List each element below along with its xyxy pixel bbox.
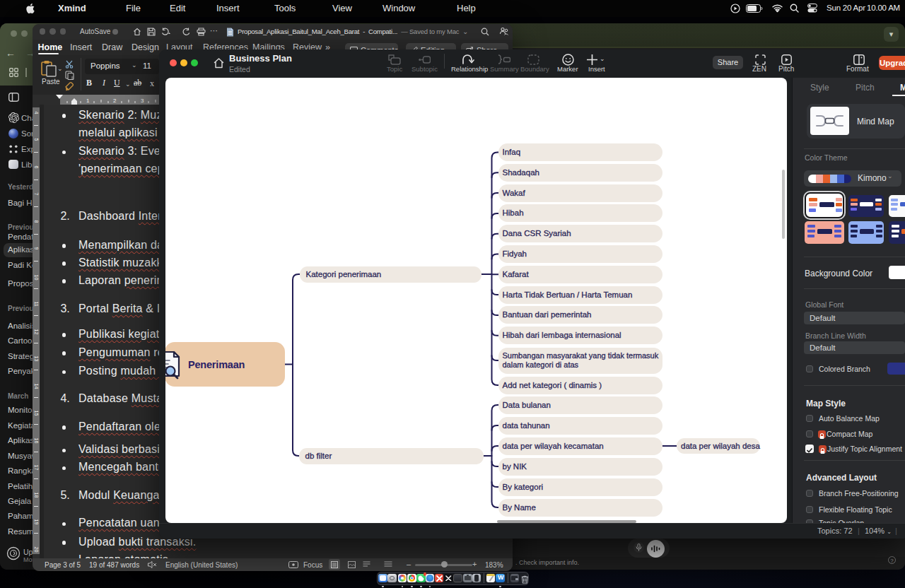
svg-text:2: 2 [113, 98, 117, 104]
svg-text:3: 3 [141, 98, 144, 104]
svg-text:1: 1 [86, 98, 90, 104]
